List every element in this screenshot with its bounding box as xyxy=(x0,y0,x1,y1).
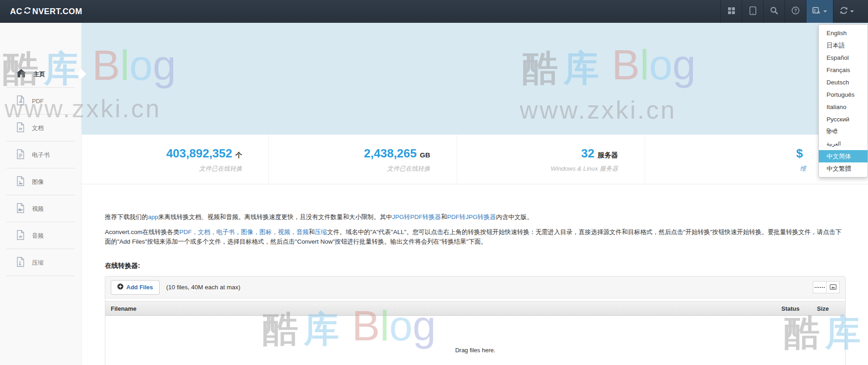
inline-link[interactable]: 压缩 xyxy=(315,229,327,235)
top-navbar: AC NVERT.COM xyxy=(0,0,868,23)
video-file-icon xyxy=(16,203,25,215)
sidebar-item-label: 图像 xyxy=(32,178,44,186)
image-file-icon xyxy=(16,176,25,188)
stats-bar: 403,892,352个 文件已在线转换 2,438,265GB 文件已在线转换… xyxy=(81,135,868,184)
language-menu-item[interactable]: Français xyxy=(819,64,868,76)
inline-link[interactable]: JPG转PDF转换器 xyxy=(392,214,441,220)
sidebar-item-label: 主页 xyxy=(33,70,45,78)
language-menu: English 日本語 Español Français Deutsch Por… xyxy=(818,24,868,177)
inline-link[interactable]: ， xyxy=(272,229,278,235)
drop-hint: Drag files here. xyxy=(105,347,845,354)
pdf-file-icon xyxy=(16,95,25,107)
grid-icon xyxy=(728,7,735,16)
inline-link[interactable]: 图像 xyxy=(241,229,253,235)
refresh-icon xyxy=(840,6,848,16)
language-menu-item-selected[interactable]: 中文简体 xyxy=(819,150,868,162)
stat-value: $ xyxy=(796,146,803,160)
stat-caption: Windows & Linux 服务器 xyxy=(457,165,618,173)
sidebar-item-image[interactable]: 图像 xyxy=(0,168,81,195)
stat-caption: 维 xyxy=(645,165,806,173)
inline-link[interactable]: 文档 xyxy=(198,229,210,235)
language-menu-item[interactable]: Italiano xyxy=(819,101,868,113)
text-run: 和 xyxy=(441,214,447,220)
inline-link[interactable]: ， xyxy=(210,229,217,235)
stat-files-converted: 403,892,352个 文件已在线转换 xyxy=(81,135,269,184)
stat-caption: 文件已在线转换 xyxy=(269,165,430,173)
sidebar-item-video[interactable]: 视频 xyxy=(0,195,81,222)
text-run: 和 xyxy=(309,229,315,235)
sidebar-item-pdf[interactable]: PDF xyxy=(0,88,81,115)
view-toggle-group xyxy=(813,281,840,293)
sidebar-item-label: PDF xyxy=(32,98,44,104)
converter-toolbar: Add Files (10 files, 40M each at max) xyxy=(105,276,845,298)
inline-link[interactable]: 视频 xyxy=(278,229,290,235)
refresh-button[interactable] xyxy=(833,0,860,23)
list-view-toggle[interactable] xyxy=(813,281,827,293)
stat-gb-converted: 2,438,265GB 文件已在线转换 xyxy=(269,135,456,184)
sidebar-item-ebook[interactable]: 电子书 xyxy=(0,141,81,168)
inline-link[interactable]: ， xyxy=(290,229,297,235)
inline-link[interactable]: app xyxy=(148,214,159,220)
help-icon: ? xyxy=(791,6,800,16)
language-menu-item[interactable]: Deutsch xyxy=(819,76,868,89)
language-menu-item[interactable]: 中文繁體 xyxy=(819,162,868,175)
stat-unit: 个 xyxy=(235,151,242,159)
stat-value: 2,438,265 xyxy=(364,146,417,160)
text-run: 内含中文版。 xyxy=(496,214,533,220)
text-run: 推荐下载我们的 xyxy=(105,214,148,220)
word-file-icon: W xyxy=(16,122,25,134)
sidebar-menu: 主页 PDF W 文档 电子书 xyxy=(0,23,81,276)
inline-link[interactable]: ， xyxy=(192,229,198,235)
text-run: 来离线转换文档、视频和音频。离线转换速度更快，且没有文件数量和大小限制。其中 xyxy=(158,214,392,220)
language-icon: 文 A xyxy=(812,7,821,16)
sidebar-item-audio[interactable]: 音频 xyxy=(0,222,81,249)
stat-value: 403,892,352 xyxy=(166,146,232,160)
language-button[interactable]: 文 A xyxy=(806,0,833,23)
tablet-icon xyxy=(749,6,756,17)
drop-zone[interactable]: Drag files here. xyxy=(105,347,845,365)
inline-link[interactable]: PDF转JPG转换器 xyxy=(447,214,496,220)
logo-text-prefix: AC xyxy=(10,7,22,16)
language-menu-item[interactable]: Español xyxy=(819,52,868,64)
archive-file-icon xyxy=(16,257,25,269)
stat-caption: 文件已在线转换 xyxy=(81,165,242,173)
sidebar-item-archive[interactable]: 压缩 xyxy=(0,249,81,276)
hero-banner xyxy=(81,23,868,135)
chevron-down-icon xyxy=(850,10,854,12)
inline-link[interactable]: ， xyxy=(235,229,241,235)
table-header-filename: Filename xyxy=(105,305,781,312)
thumbnail-view-toggle[interactable] xyxy=(827,281,840,293)
chevron-down-icon xyxy=(823,10,827,12)
sidebar-item-document[interactable]: W 文档 xyxy=(0,115,81,141)
inline-link[interactable]: 电子书 xyxy=(217,229,235,235)
language-menu-item[interactable]: Русский xyxy=(819,113,868,125)
audio-file-icon xyxy=(16,230,25,242)
inline-link[interactable]: 音频 xyxy=(296,229,309,235)
help-button[interactable]: ? xyxy=(785,0,806,23)
stat-unit: GB xyxy=(420,151,430,159)
sidebar-item-label: 压缩 xyxy=(32,259,44,267)
stat-value: 32 xyxy=(581,146,594,160)
language-menu-item[interactable]: Português xyxy=(819,89,868,101)
files-table-header: Filename Status Size xyxy=(105,301,845,316)
sidebar-item-label: 音频 xyxy=(32,232,44,240)
plus-circle-icon xyxy=(117,283,124,292)
sidebar-item-label: 电子书 xyxy=(32,151,50,159)
main-content: 403,892,352个 文件已在线转换 2,438,265GB 文件已在线转换… xyxy=(81,23,868,365)
language-menu-item[interactable]: العربية xyxy=(819,138,868,150)
language-menu-item[interactable]: English xyxy=(819,27,868,39)
app-logo[interactable]: AC NVERT.COM xyxy=(10,7,82,16)
mobile-app-button[interactable] xyxy=(742,0,763,23)
add-files-button[interactable]: Add Files xyxy=(111,280,160,295)
inline-link[interactable]: 图标 xyxy=(259,229,272,235)
language-menu-item[interactable]: 日本語 xyxy=(819,39,868,52)
language-menu-item[interactable]: हिन्दी xyxy=(819,125,868,138)
inline-link[interactable]: ， xyxy=(253,229,260,235)
text-run: Aconvert.com在线转换各类 xyxy=(105,229,180,235)
converter-heading: 在线转换器: xyxy=(105,261,846,270)
inline-link[interactable]: PDF xyxy=(180,229,192,235)
apps-grid-button[interactable] xyxy=(720,0,742,23)
sync-icon xyxy=(23,7,31,16)
search-button[interactable] xyxy=(763,0,785,23)
sidebar-item-home[interactable]: 主页 xyxy=(0,61,81,88)
